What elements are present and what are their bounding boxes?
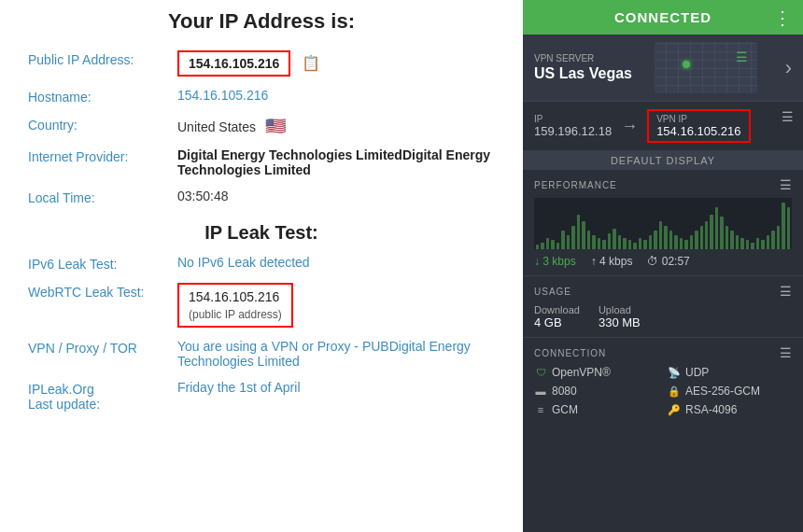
perf-bar	[700, 226, 703, 249]
ip-section: IP 159.196.12.18 → VPN IP 154.16.105.216…	[523, 102, 803, 151]
conn-item: 🔑RSA-4096	[668, 403, 792, 416]
perf-bar	[628, 240, 631, 249]
usage-stats: Download 4 GB Upload 330 MB	[534, 304, 792, 329]
ip-section-menu-icon[interactable]: ☰	[782, 109, 794, 124]
perf-bar	[690, 235, 693, 249]
vpn-header: CONNECTED ⋮	[523, 0, 803, 35]
isp-label: Internet Provider:	[28, 147, 177, 164]
webrtc-value: 154.16.105.216 (public IP address)	[177, 283, 504, 328]
perf-bar	[643, 240, 646, 249]
copy-icon[interactable]: 📋	[302, 54, 320, 72]
perf-bar	[618, 235, 621, 249]
hamburger-icon[interactable]: ☰	[736, 49, 748, 64]
perf-bar	[577, 215, 580, 250]
perf-bar	[546, 238, 549, 250]
perf-time: ⏱ 02:57	[647, 255, 689, 268]
perf-bar	[536, 245, 539, 249]
ip-title: Your IP Address is:	[19, 9, 504, 34]
public-ip-value: 154.16.105.216 📋	[177, 50, 504, 77]
conn-item-label: RSA-4096	[685, 403, 737, 416]
ip-block-value: 159.196.12.18	[534, 124, 612, 138]
ip-block: IP 159.196.12.18	[534, 114, 612, 138]
ipleak-row: IPLeak.OrgLast update: Friday the 1st of…	[19, 380, 504, 412]
conn-item-icon: 🛡	[534, 367, 547, 378]
perf-bar	[541, 243, 543, 250]
conn-item: 🔒AES-256-GCM	[668, 385, 792, 398]
conn-item: ≡GCM	[534, 403, 658, 416]
leak-title: IP Leak Test:	[19, 222, 504, 244]
conn-header: CONNECTION ☰	[534, 345, 792, 360]
usage-title: USAGE	[534, 287, 571, 297]
conn-item: ▬8080	[534, 385, 658, 398]
conn-item-icon: 📡	[668, 367, 681, 379]
country-text: United States	[177, 119, 256, 134]
perf-bar	[720, 217, 723, 249]
webrtc-ip: 154.16.105.216	[189, 288, 282, 307]
server-section: VPN SERVER US Las Vegas ☰ ›	[523, 35, 803, 102]
download-label: Download	[534, 304, 580, 315]
conn-item-label: OpenVPN®	[552, 366, 611, 379]
perf-menu-icon[interactable]: ☰	[780, 177, 792, 192]
server-info: VPN SERVER US Las Vegas	[534, 53, 632, 82]
perf-bar	[740, 238, 743, 250]
vpn-proxy-label: VPN / Proxy / TOR	[28, 339, 177, 356]
server-map: ☰	[655, 42, 757, 93]
perf-bar	[623, 238, 626, 250]
perf-bar	[726, 226, 728, 249]
vpn-connected-title: CONNECTED	[614, 9, 711, 25]
conn-item: 📡UDP	[668, 366, 792, 379]
perf-bar	[761, 240, 764, 249]
perf-bar	[561, 231, 564, 249]
hostname-row: Hostname: 154.16.105.216	[19, 88, 504, 105]
ipv6-value: No IPv6 Leak detected	[177, 255, 504, 270]
conn-item-label: GCM	[552, 403, 578, 416]
upload-value: 330 MB	[599, 315, 641, 329]
download-value: 4 GB	[534, 315, 580, 329]
webrtc-label: WebRTC Leak Test:	[28, 283, 177, 300]
webrtc-row: WebRTC Leak Test: 154.16.105.216 (public…	[19, 283, 504, 328]
conn-item-icon: ≡	[534, 404, 547, 415]
perf-bar	[633, 243, 636, 250]
perf-bar	[669, 231, 672, 249]
perf-bar	[777, 226, 780, 249]
public-ip-label: Public IP Address:	[28, 50, 177, 67]
conn-grid: 🛡OpenVPN®📡UDP▬8080🔒AES-256-GCM≡GCM🔑RSA-4…	[534, 366, 792, 416]
perf-bar	[649, 235, 652, 249]
usage-section: USAGE ☰ Download 4 GB Upload 330 MB	[523, 276, 803, 338]
perf-bar	[608, 233, 611, 250]
country-row: Country: United States 🇺🇸	[19, 116, 504, 136]
usage-header: USAGE ☰	[534, 284, 792, 299]
perf-bar	[664, 226, 667, 249]
webrtc-sub: (public IP address)	[189, 307, 282, 323]
usage-menu-icon[interactable]: ☰	[780, 284, 792, 299]
country-label: Country:	[28, 116, 177, 133]
vpn-ip-label: VPN IP	[656, 114, 740, 124]
ipv6-row: IPv6 Leak Test: No IPv6 Leak detected	[19, 255, 504, 272]
perf-bar	[705, 221, 708, 249]
perf-bar	[567, 235, 570, 249]
country-flag: 🇺🇸	[265, 116, 286, 136]
isp-row: Internet Provider: Digital Energy Techno…	[19, 147, 504, 177]
perf-bar	[571, 226, 574, 249]
conn-menu-icon[interactable]: ☰	[780, 345, 792, 360]
time-label: Local Time:	[28, 189, 177, 205]
perf-bar	[782, 203, 784, 249]
time-row: Local Time: 03:50:48	[19, 189, 504, 205]
vpn-menu-dots[interactable]: ⋮	[773, 7, 792, 29]
ip-arrow-icon: →	[621, 117, 638, 136]
chevron-right-icon[interactable]: ›	[785, 56, 792, 80]
map-dot	[683, 61, 690, 68]
public-ip-box: 154.16.105.216	[177, 50, 290, 77]
perf-bar	[639, 238, 641, 250]
perf-bar	[598, 238, 600, 250]
perf-bar	[602, 240, 605, 249]
perf-graph	[534, 198, 792, 249]
perf-bar	[771, 231, 774, 249]
perf-bar	[551, 240, 554, 249]
connection-section: CONNECTION ☰ 🛡OpenVPN®📡UDP▬8080🔒AES-256-…	[523, 338, 803, 532]
perf-down: ↓ 3 kbps	[534, 255, 576, 268]
ipleak-value: Friday the 1st of April	[177, 380, 504, 395]
perf-bar	[695, 231, 697, 249]
perf-bar	[587, 231, 590, 249]
hostname-label: Hostname:	[28, 88, 177, 105]
